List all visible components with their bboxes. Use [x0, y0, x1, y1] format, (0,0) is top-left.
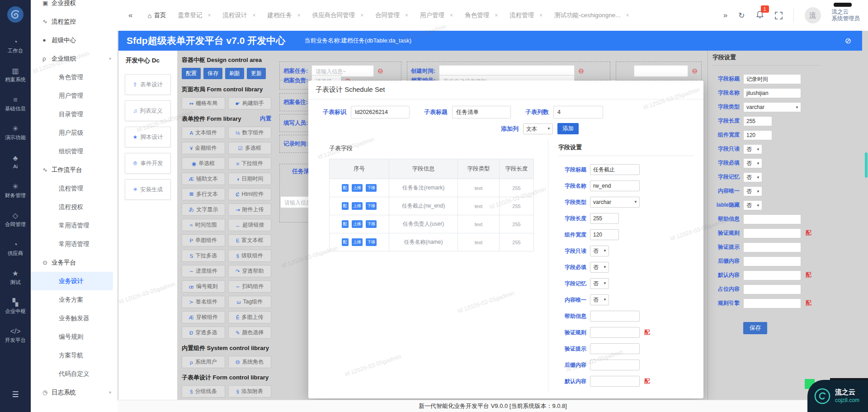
row-move-up-button[interactable]: 上移	[352, 202, 363, 210]
rail-nav-item[interactable]: </> 开发平台	[0, 321, 31, 350]
tab-close-icon[interactable]: ×	[495, 12, 498, 19]
control-library-button[interactable]: ≈ 时间范围	[182, 219, 225, 231]
remove-field-icon[interactable]: ⊖	[692, 67, 698, 75]
field-setting-input[interactable]: 否 ▼	[743, 186, 762, 196]
field-setting-input[interactable]: ▼	[743, 214, 801, 224]
avatar[interactable]: 流	[805, 7, 821, 24]
row-move-down-button[interactable]: 下移	[366, 238, 377, 246]
rail-nav-item[interactable]: ◇ 合同管理	[0, 205, 31, 234]
field-setting-input[interactable]: 255 ▼	[590, 213, 619, 224]
sidebar-item[interactable]: 编号规则	[31, 327, 118, 346]
column-type-select[interactable]: 文本 ▼	[523, 123, 553, 134]
field-setting-input[interactable]: ▼	[590, 327, 640, 338]
dev-tool-button[interactable]: ⇧ 表单设计	[125, 74, 171, 95]
sidebar-item[interactable]: 方案导航	[31, 346, 118, 365]
scrollbar-thumb[interactable]	[865, 152, 868, 178]
field-setting-input[interactable]: 否 ▼	[590, 262, 609, 273]
field-setting-input[interactable]: ▼	[590, 360, 640, 370]
config-rule-link[interactable]: 配	[806, 229, 811, 237]
app-logo[interactable]	[6, 5, 24, 24]
control-library-button[interactable]: ◉ 单选框	[182, 157, 225, 170]
control-library-button[interactable]: 〓 多行文本	[182, 188, 225, 200]
field-setting-input[interactable]: ▼	[743, 284, 801, 294]
field-setting-input[interactable]: ▼	[590, 343, 640, 354]
control-library-button[interactable]: ◑ 日期时间	[228, 173, 272, 185]
field-setting-input[interactable]: jilushijian ▼	[743, 88, 801, 98]
control-library-button[interactable]: ☛ 构建助手	[228, 97, 272, 109]
sidebar-item[interactable]: 业务触发器	[31, 309, 118, 327]
control-library-button[interactable]: ⇥ 附件上传	[228, 204, 272, 216]
sidebar-item[interactable]: 角色管理	[31, 68, 118, 86]
rail-nav-item[interactable]: ♣ Ai	[0, 147, 31, 176]
sidebar-item[interactable]: ∿ 工作流平台	[31, 161, 118, 179]
control-library-button[interactable]: E 富文本框	[228, 234, 272, 246]
field-setting-input[interactable]: 否 ▼	[743, 200, 762, 210]
design-action-button[interactable]: 刷新	[225, 68, 244, 79]
save-button[interactable]: 保存	[743, 322, 767, 334]
field-setting-input[interactable]: ▼	[743, 256, 801, 266]
field-setting-input[interactable]: varchar ▼	[590, 197, 640, 208]
control-library-button[interactable]: § 分组线条	[182, 385, 225, 398]
subtable-title-input[interactable]: 任务清单	[452, 106, 511, 118]
tab-close-icon[interactable]: ×	[208, 12, 211, 19]
tab[interactable]: ⌂ 合同管理 ×	[369, 11, 414, 19]
sidebar-item[interactable]: 常用语管理	[31, 235, 118, 253]
row-config-button[interactable]: 配	[342, 184, 349, 192]
row-move-down-button[interactable]: 下移	[366, 202, 377, 210]
sidebar-item[interactable]: 用户管理	[31, 86, 118, 105]
field-setting-input[interactable]: ▼	[743, 298, 801, 308]
tab-close-icon[interactable]: ×	[405, 12, 408, 19]
sidebar-item[interactable]: 业务设计	[31, 272, 113, 290]
control-library-button[interactable]: ↔ 超级链接	[228, 219, 272, 231]
fullscreen-icon[interactable]	[775, 12, 783, 19]
control-library-button[interactable]: Æ 辅助文本	[182, 173, 225, 185]
expand-tabs-icon[interactable]: »	[723, 11, 727, 20]
control-library-button[interactable]: Ê 多图上传	[228, 311, 272, 323]
control-library-button[interactable]: Æ 穿梭组件	[182, 311, 225, 323]
sidebar-item[interactable]: ρ 企业组织 ▾	[31, 49, 118, 68]
close-dev-center-icon[interactable]: ⊘	[845, 36, 851, 46]
sidebar-item[interactable]: ▣ 企业授权	[31, 0, 118, 12]
sidebar-item[interactable]: 流程管理	[31, 179, 118, 198]
rail-nav-item[interactable]: ▥ 档案系统	[0, 61, 31, 90]
refresh-icon[interactable]: ↻	[738, 11, 745, 20]
control-library-button[interactable]: ¥ 金额组件	[182, 142, 225, 154]
rail-nav-item[interactable]: ✳ 演示功能	[0, 118, 31, 147]
dev-tool-button[interactable]: ♔ 事件开发	[125, 153, 171, 174]
control-library-button[interactable]: ω Tag组件	[228, 296, 272, 308]
menu-fold-icon[interactable]: ☰	[12, 390, 19, 399]
field-setting-input[interactable]: 否 ▼	[743, 172, 762, 182]
row-move-up-button[interactable]: 上移	[352, 238, 363, 246]
field-setting-input[interactable]: 否 ▼	[590, 294, 609, 305]
control-library-button[interactable]: ✎ 颜色选择	[228, 327, 272, 339]
config-rule-link[interactable]: 配	[644, 378, 650, 385]
field-setting-input[interactable]: ▼	[743, 270, 801, 280]
notifications-button[interactable]: 1	[756, 10, 764, 21]
row-move-down-button[interactable]: 下移	[366, 184, 377, 192]
row-config-button[interactable]: 配	[342, 238, 349, 246]
field-setting-input[interactable]: ▼	[743, 228, 801, 238]
control-library-button[interactable]: P 单图组件	[182, 234, 225, 246]
sidebar-item[interactable]: ∿ 流程监控	[31, 12, 118, 31]
control-library-button[interactable]: § 级联组件	[228, 250, 272, 262]
row-config-button[interactable]: 配	[342, 220, 349, 228]
tab[interactable]: ⌂ 首页 ×	[142, 11, 172, 19]
tab[interactable]: ⌂ 流程管理 ×	[504, 11, 548, 19]
config-rule-link[interactable]: 配	[644, 329, 650, 336]
control-library-button[interactable]: ∼ 扫码组件	[228, 280, 272, 293]
tab-close-icon[interactable]: ×	[360, 12, 363, 19]
control-library-button[interactable]: Đ 穿透多选	[182, 327, 225, 339]
sidebar-item[interactable]: 代码自定义	[31, 365, 118, 383]
config-rule-link[interactable]: 配	[806, 299, 811, 307]
row-move-down-button[interactable]: 下移	[366, 220, 377, 228]
field-setting-input[interactable]: 120 ▼	[743, 130, 772, 140]
control-library-button[interactable]: ☑ 多选框	[228, 142, 272, 154]
tab-close-icon[interactable]: ×	[539, 12, 542, 19]
field-setting-input[interactable]: 否 ▼	[590, 246, 609, 256]
tab[interactable]: ⌂ 盖章登记 ×	[172, 11, 217, 19]
control-library-button[interactable]: Ȼ Html控件	[228, 188, 272, 200]
field-setting-input[interactable]: 120 ▼	[590, 229, 619, 240]
design-action-button[interactable]: 保存	[203, 68, 222, 79]
tab[interactable]: ⌂ 角色管理 ×	[459, 11, 504, 19]
rail-nav-item[interactable]: ≡ 基础信息	[0, 90, 31, 118]
